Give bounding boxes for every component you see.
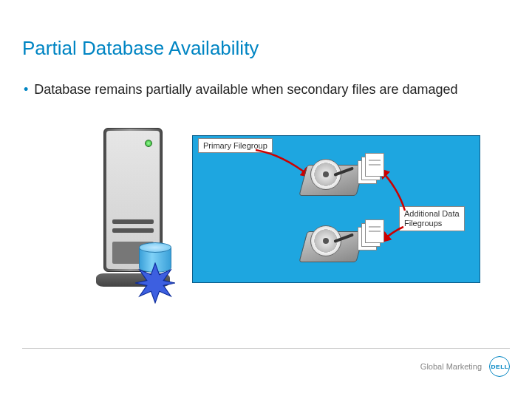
additional-line2: Filegroups — [404, 219, 442, 228]
slide: Partial Database Availability • Database… — [0, 0, 532, 399]
damage-starburst-icon — [134, 262, 176, 304]
file-stack-primary-icon — [358, 153, 383, 190]
dell-logo-text: DELL — [491, 364, 508, 370]
bullet-text: Database remains partially available whe… — [34, 81, 457, 98]
hard-disk-secondary-icon — [303, 224, 361, 262]
bullet-dot-icon: • — [24, 81, 28, 98]
additional-line1: Additional Data — [404, 209, 460, 218]
footer-text: Global Marketing — [420, 362, 482, 371]
slide-footer: Global Marketing DELL — [22, 348, 510, 377]
svg-marker-0 — [135, 263, 175, 303]
hard-disk-primary-icon — [303, 157, 361, 196]
dell-logo-icon: DELL — [489, 356, 510, 377]
bullet-item: • Database remains partially available w… — [22, 81, 510, 98]
diagram: Primary Filegroup Additional Data Filegr… — [81, 120, 495, 313]
file-stack-secondary-icon — [358, 219, 383, 256]
slide-title: Partial Database Availability — [22, 37, 510, 60]
